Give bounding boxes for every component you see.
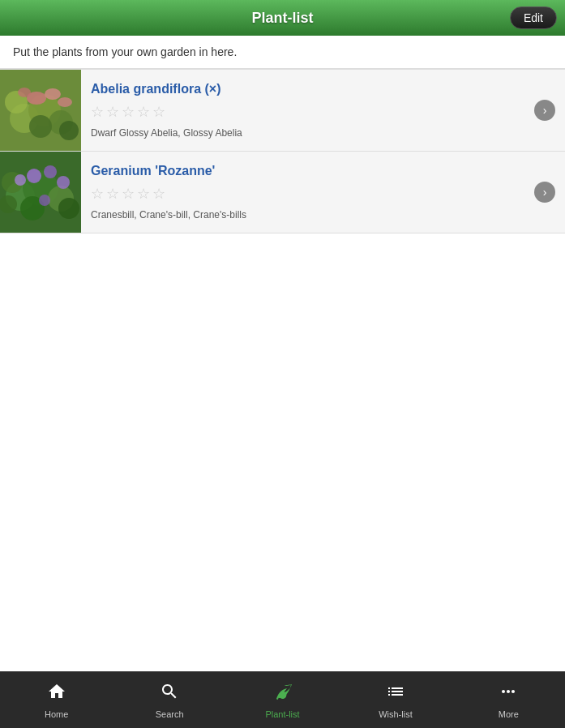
home-icon [47, 682, 66, 706]
stars-geranium: ☆ ☆ ☆ ☆ ☆ [91, 185, 515, 203]
plant-info-geranium: Geranium 'Rozanne' ☆ ☆ ☆ ☆ ☆ Cranesbill,… [81, 152, 524, 233]
svg-point-20 [57, 176, 70, 189]
star-2: ☆ [106, 103, 119, 121]
edit-button[interactable]: Edit [510, 6, 557, 29]
svg-point-21 [39, 195, 50, 206]
svg-point-23 [0, 195, 17, 213]
plant-item-abelia[interactable]: Abelia grandiflora (×) ☆ ☆ ☆ ☆ ☆ Dwarf G… [0, 69, 565, 152]
nav-item-home[interactable]: Home [0, 682, 113, 719]
wish-list-icon [386, 682, 405, 706]
svg-point-18 [44, 165, 57, 178]
nav-item-search[interactable]: Search [113, 682, 225, 719]
plant-thumb-geranium [0, 152, 81, 233]
star-5: ☆ [152, 185, 165, 203]
nav-item-plant-list[interactable]: Plant-list [226, 682, 339, 719]
star-4: ☆ [137, 103, 150, 121]
chevron-abelia: › [524, 70, 565, 151]
bottom-nav: Home Search Plant-list Wish-list [0, 671, 565, 728]
plant-list-icon [273, 682, 293, 706]
plant-name-abelia: Abelia grandiflora (×) [91, 82, 515, 96]
plant-common-geranium: Cranesbill, Crane's-bill, Crane's-bills [91, 209, 515, 221]
chevron-right-icon: › [534, 100, 555, 121]
nav-label-plant-list: Plant-list [265, 709, 299, 719]
star-1: ☆ [91, 103, 104, 121]
chevron-geranium: › [524, 152, 565, 233]
plant-thumb-abelia [0, 70, 81, 151]
svg-point-9 [29, 115, 52, 138]
plant-name-geranium: Geranium 'Rozanne' [91, 164, 515, 178]
svg-point-10 [59, 121, 79, 140]
nav-label-search: Search [156, 709, 184, 719]
header-title: Plant-list [251, 10, 313, 27]
nav-label-wish-list: Wish-list [379, 709, 413, 719]
svg-point-7 [18, 88, 31, 97]
svg-point-17 [27, 169, 41, 183]
plant-item-geranium[interactable]: Geranium 'Rozanne' ☆ ☆ ☆ ☆ ☆ Cranesbill,… [0, 152, 565, 233]
plant-common-abelia: Dwarf Glossy Abelia, Glossy Abelia [91, 127, 515, 139]
svg-point-19 [15, 174, 26, 186]
star-2: ☆ [106, 185, 119, 203]
svg-point-8 [58, 97, 72, 107]
svg-point-6 [45, 88, 61, 100]
nav-label-more: More [499, 709, 519, 719]
more-icon [499, 682, 518, 706]
stars-abelia: ☆ ☆ ☆ ☆ ☆ [91, 103, 515, 121]
plant-list: Abelia grandiflora (×) ☆ ☆ ☆ ☆ ☆ Dwarf G… [0, 69, 565, 233]
star-3: ☆ [122, 185, 135, 203]
nav-label-home: Home [45, 709, 68, 719]
star-3: ☆ [122, 103, 135, 121]
plant-info-abelia: Abelia grandiflora (×) ☆ ☆ ☆ ☆ ☆ Dwarf G… [81, 70, 524, 151]
chevron-right-icon: › [534, 182, 555, 203]
nav-item-wish-list[interactable]: Wish-list [339, 682, 452, 719]
svg-point-22 [58, 198, 79, 219]
nav-item-more[interactable]: More [452, 682, 565, 719]
search-icon [160, 682, 179, 706]
star-1: ☆ [91, 185, 104, 203]
star-4: ☆ [137, 185, 150, 203]
page-subtitle: Put the plants from your own garden in h… [0, 36, 565, 69]
app-header: Plant-list Edit [0, 0, 565, 36]
star-5: ☆ [152, 103, 165, 121]
